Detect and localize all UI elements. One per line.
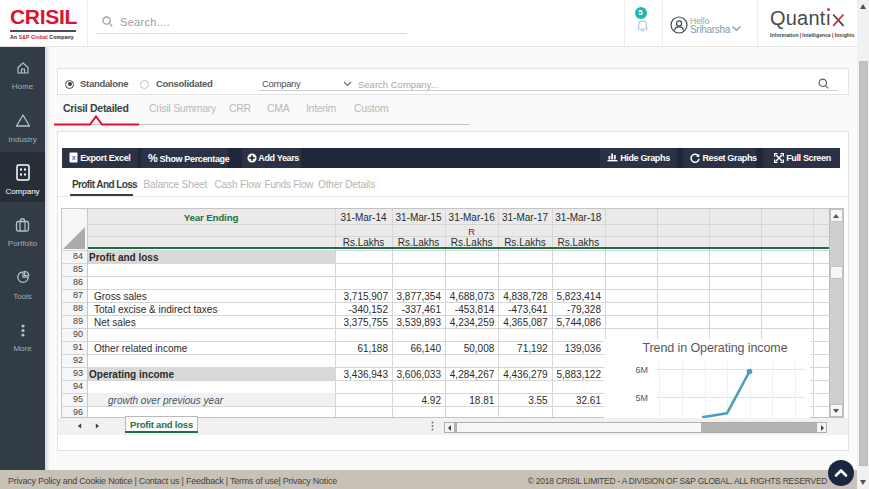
svg-text:x: x	[72, 154, 76, 161]
